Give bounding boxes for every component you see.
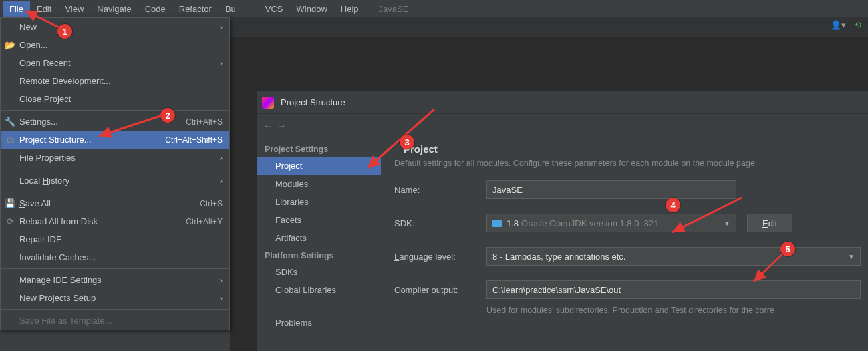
- dialog-content: Project Default settings for all modules…: [381, 138, 868, 351]
- menu-edit[interactable]: Edit: [30, 1, 58, 17]
- compiler-output-label: Compiler output:: [394, 285, 486, 295]
- compiler-output-hint: Used for modules' subdirectories, Produc…: [486, 306, 868, 315]
- menu-item-open-recent[interactable]: Open Recent›: [1, 54, 229, 72]
- project-name-input[interactable]: [486, 180, 736, 199]
- menu-window[interactable]: Window: [290, 1, 334, 17]
- sidebar-item-sdks[interactable]: SDKs: [257, 263, 381, 281]
- sdk-dropdown[interactable]: 1.8 Oracle OpenJDK version 1.8.0_321 ▼: [486, 214, 736, 232]
- menu-file[interactable]: File: [3, 1, 30, 17]
- submenu-arrow-icon: ›: [220, 275, 223, 285]
- project-name-label: JavaSE: [372, 1, 416, 17]
- intellij-logo-icon: [262, 97, 274, 109]
- chevron-down-icon: ▼: [848, 253, 855, 260]
- callout-5: 5: [780, 242, 795, 256]
- dialog-title: Project Structure: [281, 97, 345, 107]
- content-hint: Default settings for all modules. Config…: [394, 159, 868, 168]
- save-icon: 💾: [5, 198, 15, 208]
- sidebar-item-artifacts[interactable]: Artifacts: [257, 229, 381, 247]
- wrench-icon: 🔧: [5, 116, 15, 127]
- menu-item-invalidate-caches[interactable]: Invalidate Caches...: [1, 248, 229, 266]
- menu-item-local-history[interactable]: Local History›: [1, 171, 229, 190]
- language-level-dropdown[interactable]: 8 - Lambdas, type annotations etc. ▼: [486, 247, 861, 266]
- sidebar-item-modules[interactable]: Modules: [257, 175, 381, 193]
- menu-item-save-file-as-template: Save File as Template...: [1, 312, 229, 330]
- menu-item-new[interactable]: New›: [1, 18, 229, 36]
- menu-separator: [1, 110, 229, 111]
- sync-icon[interactable]: ⟲: [854, 20, 861, 30]
- menu-view[interactable]: View: [58, 1, 90, 17]
- chevron-down-icon: ▼: [724, 220, 730, 227]
- menu-vcs[interactable]: VCS: [259, 1, 290, 17]
- menubar: File Edit View Navigate Code Refactor Bu…: [0, 0, 868, 17]
- folder-icon: [492, 220, 502, 227]
- submenu-arrow-icon: ›: [220, 293, 223, 303]
- submenu-arrow-icon: ›: [220, 153, 223, 163]
- menu-item-manage-ide-settings[interactable]: Manage IDE Settings›: [1, 271, 229, 289]
- menu-item-remote-dev[interactable]: Remote Development...: [1, 72, 229, 90]
- sidebar-item-facets[interactable]: Facets: [257, 211, 381, 229]
- callout-3: 3: [400, 135, 414, 149]
- nav-forward-icon[interactable]: →: [277, 121, 286, 131]
- nav-back-icon[interactable]: ←: [263, 121, 272, 131]
- dialog-titlebar: Project Structure: [257, 91, 868, 114]
- sdk-version: 1.8: [507, 218, 519, 228]
- callout-2: 2: [160, 108, 175, 123]
- dialog-sidebar: Project Settings Project Modules Librari…: [257, 138, 381, 351]
- project-structure-icon: 🗂: [5, 134, 15, 145]
- menu-item-reload[interactable]: ⟳ Reload All from DiskCtrl+Alt+Y: [1, 212, 229, 230]
- language-level-label: Language level:: [394, 252, 486, 262]
- nav-arrows: ← →: [263, 121, 286, 131]
- sidebar-item-problems[interactable]: Problems: [257, 314, 381, 332]
- menu-refactor[interactable]: Refactor: [172, 1, 219, 17]
- sidebar-category: Project Settings: [257, 141, 381, 157]
- menu-separator: [1, 169, 229, 169]
- menu-item-file-properties[interactable]: File Properties›: [1, 149, 229, 167]
- menu-separator: [1, 309, 229, 310]
- menu-item-close-project[interactable]: Close Project: [1, 90, 229, 108]
- submenu-arrow-icon: ›: [220, 176, 223, 186]
- sidebar-item-global-libraries[interactable]: Global Libraries: [257, 281, 381, 299]
- menu-help[interactable]: Help: [334, 1, 366, 17]
- sidebar-item-project[interactable]: Project: [257, 157, 381, 175]
- project-structure-dialog: Project Structure ← → Project Settings P…: [257, 91, 868, 351]
- menu-code[interactable]: Code: [138, 1, 172, 17]
- sidebar-category: Platform Settings: [257, 247, 381, 263]
- menu-truncated[interactable]: Bu: [219, 1, 243, 17]
- submenu-arrow-icon: ›: [220, 58, 223, 68]
- callout-4: 4: [666, 198, 680, 212]
- user-dropdown-icon[interactable]: 👤▾: [831, 20, 846, 30]
- menu-item-repair-ide[interactable]: Repair IDE: [1, 230, 229, 248]
- menu-item-settings[interactable]: 🔧 Settings...Ctrl+Alt+S: [1, 113, 229, 131]
- edit-sdk-button[interactable]: Edit: [747, 214, 792, 232]
- name-label: Name:: [394, 185, 486, 195]
- sdk-description: Oracle OpenJDK version 1.8.0_321: [521, 218, 658, 228]
- menu-separator: [1, 192, 229, 192]
- menu-separator: [1, 268, 229, 269]
- submenu-arrow-icon: ›: [220, 22, 223, 32]
- menu-navigate[interactable]: Navigate: [90, 1, 138, 17]
- reload-icon: ⟳: [5, 216, 15, 226]
- compiler-output-input[interactable]: [486, 280, 861, 299]
- sidebar-item-libraries[interactable]: Libraries: [257, 193, 381, 211]
- content-heading: Project: [394, 143, 868, 155]
- menu-item-save-all[interactable]: 💾 Save AllCtrl+S: [1, 194, 229, 212]
- folder-open-icon: 📂: [5, 39, 15, 50]
- file-dropdown-menu: New› 📂 Open... Open Recent› Remote Devel…: [0, 17, 230, 330]
- menu-item-open[interactable]: 📂 Open...: [1, 36, 229, 54]
- callout-1: 1: [57, 24, 72, 39]
- menu-item-new-projects-setup[interactable]: New Projects Setup›: [1, 289, 229, 307]
- menu-item-project-structure[interactable]: 🗂 Project Structure...Ctrl+Alt+Shift+S: [1, 131, 229, 149]
- sdk-label: SDK:: [394, 218, 486, 228]
